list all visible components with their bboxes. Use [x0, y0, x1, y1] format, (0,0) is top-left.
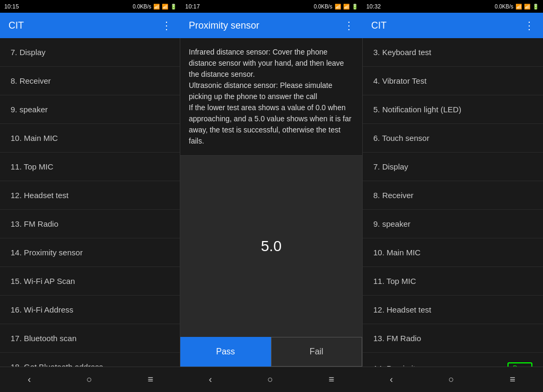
right-list-item-label: 3. Keyboard test — [373, 48, 431, 57]
signal-center: 📶 — [335, 4, 341, 10]
list-item[interactable]: 18. Get Bluetooth address — [0, 353, 180, 367]
center-buttons: Pass Fail — [180, 337, 362, 367]
battery-center: 🔋 — [352, 4, 358, 10]
right-panel: 3. Keyboard test4. Vibrator Test5. Notif… — [363, 38, 543, 367]
right-list-item-label: 5. Notification light (LED) — [373, 105, 461, 114]
list-item[interactable]: 17. Bluetooth scan — [0, 324, 180, 353]
right-list-item[interactable]: 10. Main MIC — [363, 238, 543, 267]
battery-right: 🔋 — [532, 4, 539, 10]
wifi-left: 📶 — [162, 4, 168, 10]
right-list-item-label: 10. Main MIC — [373, 248, 421, 257]
right-list-item-label: 9. speaker — [373, 219, 410, 228]
signal-right: 📶 — [515, 4, 522, 10]
right-list-item[interactable]: 9. speaker — [363, 210, 543, 238]
list-item[interactable]: 7. Display — [0, 38, 180, 67]
menu-nav-icon-right[interactable]: ≡ — [510, 374, 515, 385]
icons-left: 0.0KB/s 📶 📶 🔋 — [133, 4, 177, 10]
home-icon-left[interactable]: ○ — [86, 374, 92, 385]
app-title-right: CIT — [371, 20, 387, 31]
nav-bars: ‹ ○ ≡ ‹ ○ ≡ ‹ ○ ≡ — [0, 367, 543, 392]
list-item[interactable]: 14. Proximity sensor — [0, 238, 180, 267]
home-icon-center[interactable]: ○ — [267, 374, 273, 385]
network-left: 0.0KB/s — [133, 4, 151, 10]
right-list-item-label: 7. Display — [373, 162, 408, 171]
time-center: 10:17 — [185, 3, 200, 10]
menu-nav-icon-center[interactable]: ≡ — [329, 374, 335, 385]
pass-button[interactable]: Pass — [180, 337, 271, 367]
right-list-item[interactable]: 7. Display — [363, 153, 543, 181]
menu-icon-left[interactable]: ⋮ — [161, 19, 172, 32]
status-bar-right: 10:32 0.0KB/s 📶 📶 🔋 — [362, 0, 543, 13]
back-icon-right[interactable]: ‹ — [390, 374, 393, 385]
wifi-right: 📶 — [524, 4, 530, 10]
left-panel: 7. Display8. Receiver9. speaker10. Main … — [0, 38, 180, 367]
right-list-item[interactable]: 6. Touch sensor — [363, 124, 543, 153]
time-right: 10:32 — [366, 3, 381, 10]
right-list-item[interactable]: 11. Top MIC — [363, 267, 543, 296]
right-list-item[interactable]: 4. Vibrator Test — [363, 67, 543, 95]
list-item[interactable]: 12. Headset test — [0, 181, 180, 210]
list-item[interactable]: 11. Top MIC — [0, 153, 180, 181]
menu-nav-icon-left[interactable]: ≡ — [147, 374, 153, 385]
menu-icon-center[interactable]: ⋮ — [344, 19, 354, 32]
time-left: 10:15 — [4, 3, 19, 10]
proximity-description: Infrared distance sensor: Cover the phon… — [180, 38, 362, 156]
wifi-center: 📶 — [343, 4, 349, 10]
center-panel: Infrared distance sensor: Cover the phon… — [180, 38, 363, 367]
right-list-item-label: 4. Vibrator Test — [373, 76, 426, 85]
icons-right: 0.0KB/s 📶 📶 🔋 — [495, 4, 539, 10]
status-bar-left: 10:15 0.0KB/s 📶 📶 🔋 — [0, 0, 181, 13]
network-center: 0.0KB/s — [314, 4, 332, 10]
status-bar-center: 10:17 0.0KB/s 📶 📶 🔋 — [181, 0, 362, 13]
app-bar-right: CIT ⋮ — [363, 13, 543, 38]
battery-left: 🔋 — [170, 4, 177, 10]
app-title-center: Proximity sensor — [189, 20, 259, 31]
list-item[interactable]: 8. Receiver — [0, 67, 180, 95]
icons-center: 0.0KB/s 📶 📶 🔋 — [314, 4, 358, 10]
list-item[interactable]: 10. Main MIC — [0, 124, 180, 153]
status-bars: 10:15 0.0KB/s 📶 📶 🔋 10:17 0.0KB/s 📶 📶 🔋 … — [0, 0, 543, 13]
right-list-item[interactable]: 12. Headset test — [363, 296, 543, 324]
network-right: 0.0KB/s — [495, 4, 513, 10]
right-list-item[interactable]: 14. Proximity sensorPass — [363, 353, 543, 367]
app-bars: CIT ⋮ Proximity sensor ⋮ CIT ⋮ — [0, 13, 543, 38]
back-icon-left[interactable]: ‹ — [28, 374, 31, 385]
app-bar-center: Proximity sensor ⋮ — [180, 13, 363, 38]
right-list-item-label: 13. FM Radio — [373, 334, 421, 343]
signal-left: 📶 — [153, 4, 160, 10]
sensor-value: 5.0 — [261, 238, 282, 255]
home-icon-right[interactable]: ○ — [449, 374, 454, 385]
list-item[interactable]: 16. Wi-Fi Address — [0, 296, 180, 324]
right-list-item-label: 11. Top MIC — [373, 277, 416, 286]
sensor-value-box: 5.0 — [180, 156, 362, 337]
right-list-item[interactable]: 8. Receiver — [363, 181, 543, 210]
list-item[interactable]: 9. speaker — [0, 95, 180, 124]
nav-bar-left: ‹ ○ ≡ — [0, 367, 181, 392]
right-list-item-label: 6. Touch sensor — [373, 133, 430, 142]
right-list-item-label: 12. Headset test — [373, 305, 431, 314]
list-item[interactable]: 15. Wi-Fi AP Scan — [0, 267, 180, 296]
main-content: 7. Display8. Receiver9. speaker10. Main … — [0, 38, 543, 367]
right-list-item[interactable]: 13. FM Radio — [363, 324, 543, 353]
right-list-item-label: 8. Receiver — [373, 191, 414, 200]
nav-bar-center: ‹ ○ ≡ — [181, 367, 362, 392]
app-title-left: CIT — [8, 20, 24, 31]
right-list-item[interactable]: 5. Notification light (LED) — [363, 95, 543, 124]
pass-badge: Pass — [507, 362, 532, 367]
list-item[interactable]: 13. FM Radio — [0, 210, 180, 238]
nav-bar-right: ‹ ○ ≡ — [362, 367, 543, 392]
app-bar-left: CIT ⋮ — [0, 13, 180, 38]
right-list-item[interactable]: 3. Keyboard test — [363, 38, 543, 67]
menu-icon-right[interactable]: ⋮ — [524, 19, 535, 32]
fail-button[interactable]: Fail — [271, 337, 363, 367]
back-icon-center[interactable]: ‹ — [209, 374, 212, 385]
